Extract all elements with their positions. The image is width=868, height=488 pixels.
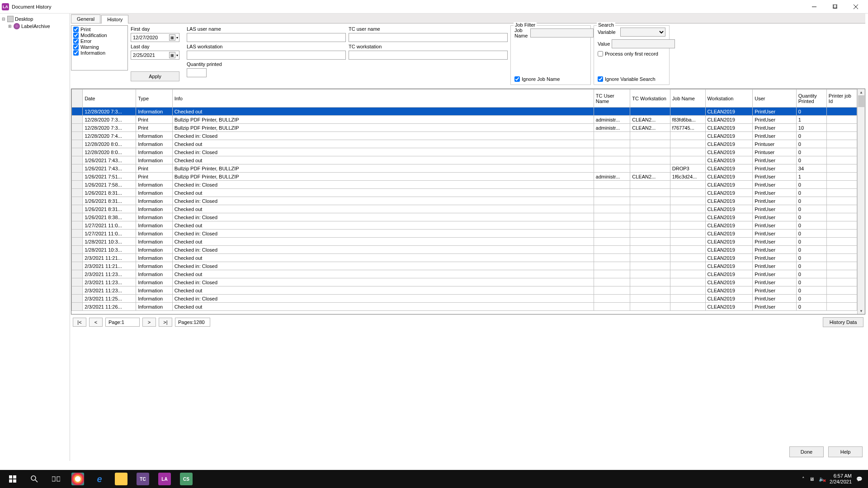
row-header[interactable] [72,124,83,132]
table-row[interactable]: 12/28/2020 7:3...PrintBullzip PDF Printe… [72,124,857,132]
col-jobid[interactable]: Printer job Id [826,89,857,108]
row-header[interactable] [72,238,83,246]
table-row[interactable]: 1/28/2021 10:3...InformationChecked in: … [72,246,857,254]
col-tcuser[interactable]: TC User Name [594,89,630,108]
tray-volume-icon[interactable]: 🔈✖ [819,476,825,482]
chk-modification-input[interactable] [73,33,79,38]
table-row[interactable]: 2/3/2021 11:25...InformationChecked in: … [72,295,857,303]
chk-information-input[interactable] [73,50,79,56]
row-header[interactable] [72,164,83,173]
jobname-input[interactable] [530,28,594,38]
taskbar-app-cs[interactable]: CS [175,470,197,488]
table-row[interactable]: 2/3/2021 11:21...InformationChecked in: … [72,262,857,270]
history-data-button[interactable]: History Data [823,317,863,327]
col-qty[interactable]: Quantity Printed [796,89,826,108]
chevron-down-icon[interactable]: ▾ [176,36,178,40]
taskbar-app-tc[interactable]: TC [132,470,154,488]
row-header[interactable] [72,246,83,254]
col-tcws[interactable]: TC Workstation [630,89,670,108]
pager-page-box[interactable]: Page:1 [105,318,140,327]
chk-process-first[interactable]: Process only first record [598,51,665,56]
chk-error[interactable]: Error [73,38,126,44]
scroll-up-icon[interactable]: ▲ [858,89,865,95]
pager-last[interactable]: >| [159,318,172,327]
row-header[interactable] [72,181,83,189]
taskbar-app-la[interactable]: LA [154,470,175,488]
qty-input[interactable] [187,68,207,77]
chk-print-input[interactable] [73,27,79,32]
row-header[interactable] [72,230,83,238]
variable-select[interactable] [620,28,665,37]
table-row[interactable]: 1/26/2021 8:38...InformationChecked in: … [72,213,857,221]
row-header[interactable] [72,132,83,140]
help-button[interactable]: Help [828,446,863,457]
pager-next[interactable]: > [142,318,156,327]
tree-item-desktop[interactable]: ⊟ Desktop [1,15,69,23]
taskbar-clock[interactable]: 6:57 AM 2/24/2021 [830,473,852,485]
table-row[interactable]: 2/3/2021 11:23...InformationChecked in: … [72,278,857,286]
chk-process-first-input[interactable] [598,51,603,56]
chk-print[interactable]: Print [73,27,126,32]
table-row[interactable]: 2/3/2021 11:23...InformationChecked outC… [72,270,857,278]
row-header[interactable] [72,262,83,270]
col-ws[interactable]: Workstation [705,89,753,108]
calendar-icon[interactable]: ▦ [169,52,175,58]
system-tray[interactable]: ˄ 🖥 🔈✖ 6:57 AM 2/24/2021 💬 [798,473,866,485]
chk-warning[interactable]: Warning [73,44,126,50]
chevron-down-icon[interactable]: ▾ [176,53,178,57]
chk-information[interactable]: Information [73,50,126,56]
done-button[interactable]: Done [789,446,824,457]
last-day-input[interactable]: 2/25/2021 ▦▾ [131,51,179,60]
vertical-scrollbar[interactable]: ▲ ▼ [857,89,865,314]
maximize-button[interactable] [825,0,845,14]
chk-error-input[interactable] [73,38,79,44]
history-table[interactable]: Date Type Info TC User Name TC Workstati… [71,89,857,311]
row-header[interactable] [72,213,83,221]
row-header[interactable] [72,197,83,205]
table-row[interactable]: 1/27/2021 11:0...InformationChecked in: … [72,230,857,238]
taskbar-app-chrome[interactable] [67,470,89,488]
tc-user-input[interactable] [349,33,508,42]
row-header[interactable] [72,148,83,156]
table-row[interactable]: 1/28/2021 10:3...InformationChecked outC… [72,238,857,246]
tray-network-icon[interactable]: 🖥 [809,476,814,482]
row-header[interactable] [72,108,83,116]
table-row[interactable]: 2/3/2021 11:26...InformationChecked outC… [72,303,857,311]
las-user-input[interactable] [187,33,346,42]
table-row[interactable]: 1/26/2021 7:58...InformationChecked in: … [72,181,857,189]
chk-warning-input[interactable] [73,44,79,50]
tray-chevron-icon[interactable]: ˄ [802,476,805,482]
row-header[interactable] [72,295,83,303]
start-button[interactable] [2,470,24,488]
expand-icon[interactable]: ⊞ [7,24,12,28]
taskbar-app-explorer[interactable] [110,470,132,488]
row-header[interactable] [72,286,83,295]
col-user[interactable]: User [753,89,797,108]
table-row[interactable]: 12/28/2020 7:3...PrintBullzip PDF Printe… [72,116,857,124]
taskbar-app-ie[interactable]: e [89,470,110,488]
taskview-button[interactable] [45,470,67,488]
table-row[interactable]: 2/3/2021 11:21...InformationChecked outC… [72,254,857,262]
tab-history[interactable]: History [101,15,128,23]
col-type[interactable]: Type [136,89,172,108]
table-row[interactable]: 1/26/2021 8:31...InformationChecked outC… [72,205,857,213]
collapse-icon[interactable]: ⊟ [1,17,6,21]
chk-ignore-variable-input[interactable] [598,76,603,82]
row-header[interactable] [72,278,83,286]
search-button[interactable] [24,470,45,488]
row-header[interactable] [72,173,83,181]
row-header[interactable] [72,205,83,213]
table-row[interactable]: 12/28/2020 7:3...InformationChecked outC… [72,108,857,116]
notifications-icon[interactable]: 💬 [856,476,863,482]
table-row[interactable]: 1/26/2021 8:31...InformationChecked in: … [72,197,857,205]
table-row[interactable]: 12/28/2020 8:0...InformationChecked in: … [72,148,857,156]
chk-ignore-jobname[interactable]: Ignore Job Name [514,76,587,82]
row-header[interactable] [72,270,83,278]
table-row[interactable]: 1/26/2021 8:31...InformationChecked outC… [72,189,857,197]
row-header[interactable] [72,156,83,164]
table-row[interactable]: 12/28/2020 8:0...InformationChecked outC… [72,140,857,148]
calendar-icon[interactable]: ▦ [169,34,175,41]
row-header[interactable] [72,189,83,197]
las-ws-input[interactable] [187,51,346,60]
value-input[interactable] [612,39,675,48]
